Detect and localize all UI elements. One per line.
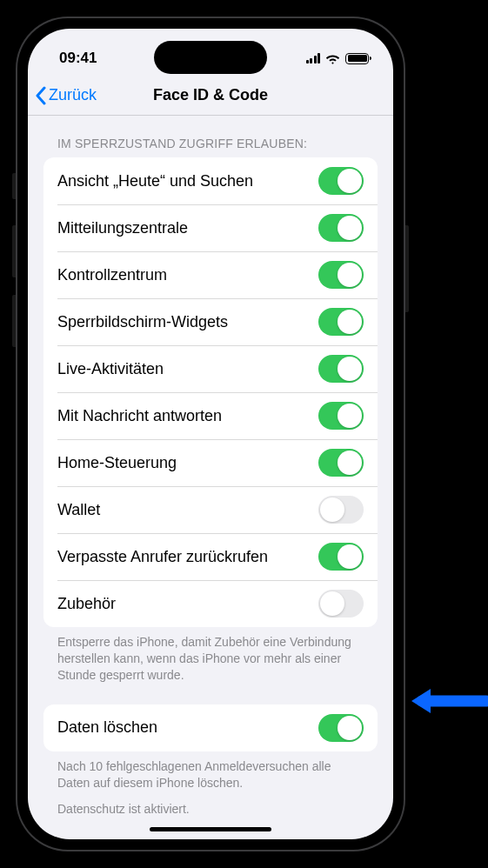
section-footer-erase: Nach 10 fehlgeschlagenen Anmeldeversuche… — [43, 751, 378, 791]
list-row: Daten löschen — [43, 704, 378, 751]
wifi-icon — [325, 53, 340, 64]
cellular-signal-icon — [306, 53, 321, 63]
row-label: Ansicht „Heute“ und Suchen — [57, 172, 253, 190]
toggle-knob — [320, 591, 344, 616]
toggle-switch[interactable] — [318, 308, 364, 336]
back-button[interactable]: Zurück — [35, 86, 97, 105]
lockscreen-access-group: Ansicht „Heute“ und SuchenMitteilungszen… — [43, 157, 378, 627]
row-label: Verpasste Anrufer zurückrufen — [57, 548, 268, 566]
list-row: Wallet — [43, 486, 378, 533]
row-label: Mit Nachricht antworten — [57, 407, 222, 425]
callout-arrow — [411, 685, 488, 717]
toggle-switch[interactable] — [318, 355, 364, 383]
section-header-lockscreen-access: Im Sperrzustand Zugriff erlauben: — [43, 116, 378, 157]
row-label: Home-Steuerung — [57, 454, 177, 472]
toggle-switch[interactable] — [318, 261, 364, 289]
row-label: Live-Aktivitäten — [57, 360, 164, 378]
list-row: Ansicht „Heute“ und Suchen — [43, 157, 378, 204]
toggle-switch[interactable] — [318, 543, 364, 571]
list-row: Sperrbildschirm-Widgets — [43, 298, 378, 345]
toggle-knob — [338, 716, 362, 740]
toggle-switch[interactable] — [318, 590, 364, 618]
chevron-left-icon — [35, 86, 47, 105]
row-label: Zubehör — [57, 595, 116, 613]
toggle-knob — [338, 263, 362, 287]
list-row: Verpasste Anrufer zurückrufen — [43, 533, 378, 580]
toggle-switch[interactable] — [318, 402, 364, 430]
home-indicator[interactable] — [150, 827, 271, 831]
back-label: Zurück — [49, 86, 97, 104]
row-label: Daten löschen — [57, 718, 157, 737]
list-row: Kontrollzentrum — [43, 251, 378, 298]
row-label: Mitteilungszentrale — [57, 219, 188, 237]
toggle-switch[interactable] — [318, 214, 364, 242]
battery-icon — [345, 53, 369, 64]
toggle-knob — [338, 357, 362, 381]
toggle-knob — [338, 169, 362, 193]
toggle-knob — [320, 497, 344, 522]
row-label: Kontrollzentrum — [57, 266, 167, 284]
screen: 09:41 Zurück Face ID & Code Im Sp — [28, 29, 393, 839]
row-label: Wallet — [57, 501, 100, 519]
toggle-switch[interactable] — [318, 449, 364, 477]
toggle-switch[interactable] — [318, 714, 364, 742]
section-footer-privacy: Datenschutz ist aktiviert. — [43, 791, 378, 818]
dynamic-island — [154, 41, 267, 74]
list-row: Mitteilungszentrale — [43, 204, 378, 251]
toggle-knob — [338, 544, 362, 569]
section-footer-accessories: Entsperre das iPhone, damit Zubehör eine… — [43, 627, 378, 684]
content-scroll[interactable]: Im Sperrzustand Zugriff erlauben: Ansich… — [28, 116, 393, 839]
list-row: Zubehör — [43, 580, 378, 627]
toggle-switch[interactable] — [318, 167, 364, 195]
list-row: Home-Steuerung — [43, 439, 378, 486]
toggle-knob — [338, 451, 362, 475]
phone-frame: 09:41 Zurück Face ID & Code Im Sp — [16, 17, 405, 851]
status-time: 09:41 — [59, 50, 97, 67]
status-indicators — [306, 53, 370, 64]
toggle-knob — [338, 310, 362, 334]
toggle-knob — [338, 404, 362, 428]
toggle-switch[interactable] — [318, 496, 364, 524]
erase-data-group: Daten löschen — [43, 704, 378, 751]
phone-side-buttons-right — [405, 225, 409, 312]
row-label: Sperrbildschirm-Widgets — [57, 313, 228, 331]
toggle-knob — [338, 216, 362, 240]
phone-side-buttons-left — [12, 173, 16, 364]
page-title: Face ID & Code — [153, 86, 268, 104]
list-row: Mit Nachricht antworten — [43, 392, 378, 439]
list-row: Live-Aktivitäten — [43, 345, 378, 392]
nav-bar: Zurück Face ID & Code — [28, 76, 393, 116]
